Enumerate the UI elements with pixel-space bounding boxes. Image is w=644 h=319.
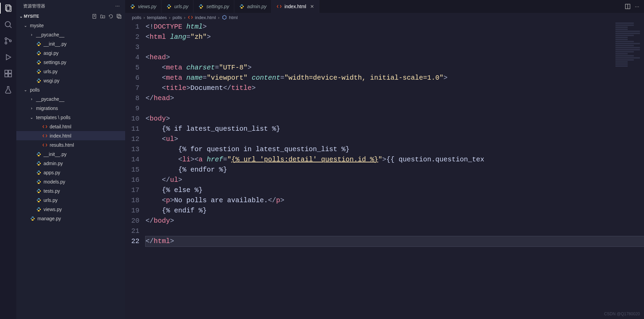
editor-more-icon[interactable]: ⋯ — [635, 4, 639, 9]
folder-item[interactable]: ⌄templates \ polls — [16, 113, 125, 122]
svg-point-47 — [168, 5, 168, 5]
file-item[interactable]: ›urls.py — [16, 195, 125, 205]
breadcrumb-segment[interactable]: html — [229, 15, 238, 20]
tab-urls-py[interactable]: urls.py — [162, 0, 193, 13]
editor[interactable]: 12345678910111213141516171819202122 <!DO… — [125, 22, 644, 319]
code-line[interactable]: <html lang="zh"> — [146, 32, 644, 42]
file-item[interactable]: ›__init__.py — [16, 39, 125, 48]
file-item[interactable]: ›asgi.py — [16, 48, 125, 58]
code-line[interactable]: <head> — [146, 52, 644, 63]
collapse-all-icon[interactable] — [116, 14, 122, 19]
python-icon — [36, 41, 41, 47]
svg-point-23 — [38, 60, 38, 61]
code-line[interactable]: </ul> — [146, 175, 644, 185]
sidebar-title: 资源管理器 — [23, 3, 45, 9]
file-item[interactable]: ›detail.html — [16, 122, 125, 131]
file-item[interactable]: ›results.html — [16, 140, 125, 149]
search-icon[interactable] — [3, 20, 13, 29]
file-item[interactable]: ›wsgi.py — [16, 76, 125, 85]
svg-point-33 — [38, 171, 38, 171]
folder-item[interactable]: ›__pycache__ — [16, 94, 125, 103]
code-line[interactable]: <body> — [146, 114, 644, 124]
new-file-icon[interactable] — [92, 14, 97, 19]
file-item[interactable]: ›settings.py — [16, 58, 125, 67]
code-line[interactable] — [146, 103, 644, 114]
breadcrumb-segment[interactable]: polls — [172, 15, 182, 20]
file-item[interactable]: ›tests.py — [16, 186, 125, 195]
svg-point-41 — [38, 207, 38, 208]
file-item[interactable]: ›models.py — [16, 177, 125, 186]
code-line[interactable]: {% for question in latest_question_list … — [146, 144, 644, 155]
file-item[interactable]: ›__init__.py — [16, 149, 125, 159]
item-label: __pycache__ — [36, 32, 64, 37]
code-line[interactable]: </body> — [146, 216, 644, 226]
svg-point-39 — [38, 198, 38, 198]
new-folder-icon[interactable] — [100, 14, 105, 19]
python-icon — [36, 170, 41, 175]
code-line[interactable]: <title>Document</title> — [146, 83, 644, 93]
folder-item[interactable]: ⌄polls — [16, 85, 125, 94]
svg-point-25 — [38, 69, 38, 70]
chevron-icon: › — [29, 106, 34, 111]
main: views.pyurls.pysettings.pyadmin.pyindex.… — [125, 0, 644, 319]
run-debug-icon[interactable] — [3, 52, 13, 62]
source-control-icon[interactable] — [3, 36, 13, 46]
code-line[interactable]: <li><a href="{% url 'polls:detail' quest… — [146, 155, 644, 165]
tab-settings-py[interactable]: settings.py — [193, 0, 234, 13]
breadcrumb-segment[interactable]: templates — [147, 15, 167, 20]
svg-rect-18 — [118, 15, 121, 18]
svg-point-36 — [39, 183, 39, 183]
item-label: settings.py — [44, 60, 66, 65]
tab-admin-py[interactable]: admin.py — [234, 0, 272, 13]
html-icon — [188, 15, 193, 20]
file-item[interactable]: ›index.html — [16, 131, 125, 140]
sidebar-more-icon[interactable]: ⋯ — [115, 3, 120, 9]
code-line[interactable]: {% if latest_question_list %} — [146, 124, 644, 134]
testing-icon[interactable] — [3, 85, 13, 95]
code-line[interactable]: </head> — [146, 93, 644, 103]
refresh-icon[interactable] — [108, 14, 114, 19]
explorer-icon[interactable] — [3, 3, 13, 13]
project-root[interactable]: ⌄ MYSITE — [16, 12, 125, 21]
file-item[interactable]: ›manage.py — [16, 214, 125, 223]
code-line[interactable] — [146, 226, 644, 236]
svg-point-32 — [39, 164, 39, 165]
code-line[interactable]: <ul> — [146, 134, 644, 144]
code-line[interactable]: <meta name="viewport" content="width=dev… — [146, 73, 644, 83]
close-icon[interactable]: ✕ — [310, 4, 314, 9]
chevron-icon: ⌄ — [23, 87, 28, 92]
code-line[interactable]: <!DOCTYPE html> — [146, 22, 644, 32]
svg-point-20 — [39, 45, 39, 45]
code-line[interactable]: {% endif %} — [146, 206, 644, 216]
tabs-actions: ⋯ — [620, 0, 644, 13]
code-line[interactable]: <meta charset="UTF-8"> — [146, 63, 644, 73]
extensions-icon[interactable] — [3, 69, 13, 78]
sidebar: 资源管理器 ⋯ ⌄ MYSITE ⌄mysite›__pycache__›__i… — [16, 0, 125, 319]
folder-item[interactable]: ⌄mysite — [16, 21, 125, 30]
svg-point-46 — [133, 8, 133, 8]
code-line[interactable]: {% endfor %} — [146, 165, 644, 175]
tab-views-py[interactable]: views.py — [125, 0, 162, 13]
code-area[interactable]: <!DOCTYPE html><html lang="zh"> <head> <… — [146, 22, 644, 319]
folder-item[interactable]: ›__pycache__ — [16, 30, 125, 39]
breadcrumb-segment[interactable]: index.html — [195, 15, 216, 20]
chevron-icon: › — [29, 32, 34, 37]
html-icon — [42, 133, 48, 139]
code-line[interactable]: </html> — [146, 236, 644, 246]
python-icon — [36, 78, 41, 83]
file-item[interactable]: ›urls.py — [16, 67, 125, 76]
breadcrumb-segment[interactable]: polls — [132, 15, 141, 20]
file-item[interactable]: ›admin.py — [16, 159, 125, 168]
code-line[interactable]: {% else %} — [146, 185, 644, 195]
item-label: index.html — [50, 133, 71, 139]
split-editor-icon[interactable] — [625, 3, 631, 10]
code-line[interactable] — [146, 42, 644, 52]
code-line[interactable]: <p>No polls are available.</p> — [146, 195, 644, 206]
breadcrumb[interactable]: polls›templates›polls›index.html›html — [125, 13, 644, 22]
minimap[interactable] — [613, 22, 644, 83]
file-item[interactable]: ›views.py — [16, 205, 125, 214]
tab-index-html[interactable]: index.html✕ — [272, 0, 320, 13]
file-item[interactable]: ›apps.py — [16, 168, 125, 177]
folder-item[interactable]: ›migrations — [16, 103, 125, 113]
tab-label: index.html — [285, 4, 306, 9]
